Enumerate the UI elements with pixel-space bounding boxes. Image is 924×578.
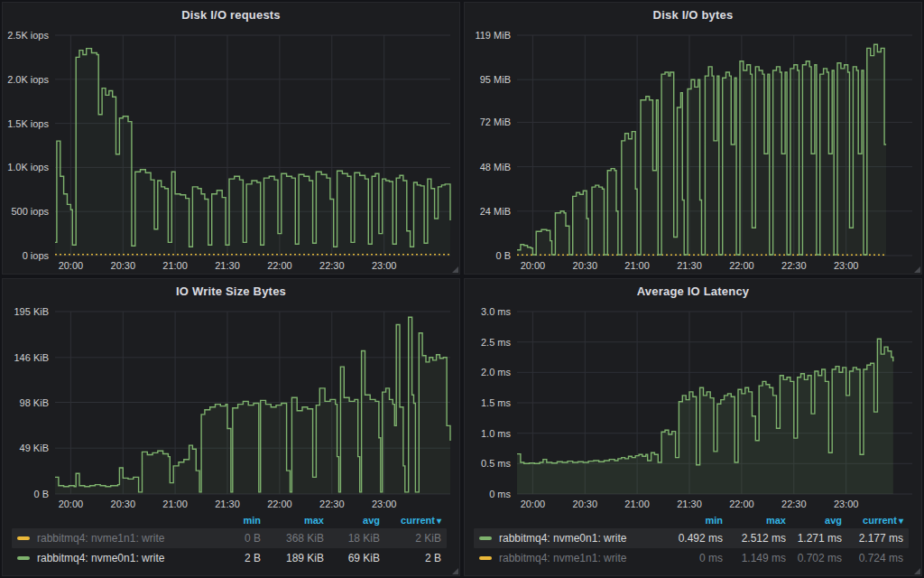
panel-title-average-io-latency[interactable]: Average IO Latency — [465, 279, 921, 303]
legend-sort-avg[interactable]: avg — [324, 515, 380, 526]
legend-row: rabbitmq4: nvme1n1: write0 ms1.149 ms0.7… — [474, 548, 909, 568]
x-tick-label: 20:00 — [59, 260, 84, 271]
y-tick-label: 0 B — [495, 250, 511, 261]
legend-sort-current[interactable]: current▾ — [380, 515, 441, 526]
panel-title-io-write-size-bytes[interactable]: IO Write Size Bytes — [3, 279, 459, 303]
legend-value-current: 0.724 ms — [842, 552, 903, 564]
series-name[interactable]: rabbitmq4: nvme0n1: write — [37, 552, 164, 564]
x-tick-label: 21:30 — [677, 260, 702, 271]
series-name[interactable]: rabbitmq4: nvme1n1: write — [37, 532, 164, 545]
y-tick-label: 1.5 ms — [481, 397, 512, 408]
x-tick-label: 22:00 — [267, 260, 292, 271]
x-tick-label: 21:00 — [162, 260, 188, 271]
disk-io-bytes-chart[interactable]: 20:0020:3021:0021:3022:0022:3023:00119 M… — [465, 26, 921, 274]
legend-value-avg: 1.271 ms — [786, 532, 842, 545]
legend-value-max: 1.149 ms — [723, 552, 786, 564]
y-tick-label: 1.0 ms — [481, 428, 512, 439]
legend-value-min: 0 ms — [645, 552, 723, 564]
x-tick-label: 22:30 — [319, 499, 345, 509]
dashboard: Disk I/O requests 20:0020:3021:0021:3022… — [0, 0, 924, 578]
panel-disk-io-bytes: Disk I/O bytes 20:0020:3021:0021:3022:00… — [464, 2, 922, 275]
legend-value-avg: 69 KiB — [324, 552, 380, 564]
x-tick-label: 20:30 — [111, 260, 136, 271]
y-tick-label: 1.5K iops — [7, 118, 49, 129]
panel-resize-handle[interactable] — [452, 266, 458, 273]
x-tick-label: 22:00 — [729, 499, 754, 509]
panel-resize-handle[interactable] — [914, 266, 920, 273]
y-tick-label: 49 KiB — [20, 443, 49, 453]
series-area — [517, 339, 893, 494]
x-tick-label: 20:00 — [521, 499, 546, 509]
x-tick-label: 20:30 — [573, 260, 598, 271]
series-color-swatch[interactable] — [479, 556, 492, 560]
y-tick-label: 0 B — [33, 489, 49, 499]
legend-sort-avg[interactable]: avg — [786, 515, 842, 526]
y-tick-label: 95 MiB — [480, 74, 511, 85]
legend-value-min: 0.492 ms — [645, 532, 723, 545]
y-tick-label: 0.5 ms — [481, 458, 512, 469]
legend-value-avg: 18 KiB — [324, 532, 380, 545]
y-tick-label: 500 iops — [11, 206, 49, 217]
legend-sort-min[interactable]: min — [645, 515, 723, 526]
disk-io-requests-chart[interactable]: 20:0020:3021:0021:3022:0022:3023:002.5K … — [3, 26, 459, 274]
chart-canvas[interactable]: 20:0020:3021:0021:3022:0022:3023:00119 M… — [465, 26, 921, 274]
panel-resize-handle[interactable] — [452, 568, 458, 574]
legend-header-row: minmaxavgcurrent▾ — [474, 512, 909, 528]
panel-io-write-size-bytes: IO Write Size Bytes 20:0020:3021:0021:30… — [2, 278, 460, 576]
panel-title-disk-io-bytes[interactable]: Disk I/O bytes — [465, 3, 921, 26]
legend-sort-max[interactable]: max — [723, 515, 786, 526]
legend-row: rabbitmq4: nvme0n1: write2 B189 KiB69 Ki… — [12, 548, 447, 568]
legend-header-row: minmaxavgcurrent▾ — [12, 512, 447, 528]
x-tick-label: 22:30 — [781, 260, 807, 271]
legend-row: rabbitmq4: nvme1n1: write0 B368 KiB18 Ki… — [12, 528, 447, 548]
io-write-size-bytes-chart[interactable]: 20:0020:3021:0021:3022:0022:3023:00195 K… — [3, 303, 459, 512]
panel-disk-io-requests: Disk I/O requests 20:0020:3021:0021:3022… — [2, 2, 460, 275]
legend-value-max: 2.512 ms — [723, 532, 786, 545]
legend-row: rabbitmq4: nvme0n1: write0.492 ms2.512 m… — [474, 528, 909, 548]
x-tick-label: 21:00 — [624, 499, 650, 509]
sort-caret-icon: ▾ — [899, 516, 903, 526]
legend-sort-min[interactable]: min — [183, 515, 261, 526]
y-tick-label: 0 ms — [489, 489, 511, 499]
x-tick-label: 20:30 — [573, 499, 598, 509]
series-color-swatch[interactable] — [17, 536, 30, 540]
legend-sort-max[interactable]: max — [261, 515, 324, 526]
y-tick-label: 2.5 ms — [481, 337, 512, 348]
x-tick-label: 21:00 — [162, 499, 188, 509]
average-io-latency-chart[interactable]: 20:0020:3021:0021:3022:0022:3023:003.0 m… — [465, 303, 921, 512]
y-tick-label: 98 KiB — [20, 397, 49, 408]
panel-resize-handle[interactable] — [914, 568, 920, 574]
series-color-swatch[interactable] — [479, 536, 492, 540]
x-tick-label: 20:00 — [521, 260, 546, 271]
y-tick-label: 3.0 ms — [481, 306, 512, 317]
panel-title-disk-io-requests[interactable]: Disk I/O requests — [3, 3, 459, 26]
x-tick-label: 23:00 — [834, 260, 859, 271]
chart-canvas[interactable]: 20:0020:3021:0021:3022:0022:3023:002.5K … — [3, 26, 459, 274]
average-io-latency-legend: minmaxavgcurrent▾rabbitmq4: nvme0n1: wri… — [465, 512, 921, 575]
series-name[interactable]: rabbitmq4: nvme0n1: write — [499, 532, 626, 545]
y-tick-label: 2.0K iops — [7, 74, 49, 85]
legend-sort-current[interactable]: current▾ — [842, 515, 903, 526]
legend-value-avg: 0.702 ms — [786, 552, 842, 564]
chart-canvas[interactable]: 20:0020:3021:0021:3022:0022:3023:003.0 m… — [465, 303, 921, 512]
x-tick-label: 23:00 — [834, 499, 859, 509]
chart-canvas[interactable]: 20:0020:3021:0021:3022:0022:3023:00195 K… — [3, 303, 459, 512]
legend-value-current: 2 KiB — [380, 532, 441, 545]
x-tick-label: 22:30 — [781, 499, 807, 509]
x-tick-label: 20:30 — [111, 499, 136, 509]
y-tick-label: 2.5K iops — [7, 30, 49, 41]
y-tick-label: 72 MiB — [480, 117, 511, 127]
legend-value-current: 2.177 ms — [842, 532, 903, 545]
series-color-swatch[interactable] — [17, 556, 30, 560]
legend-value-min: 0 B — [183, 532, 261, 545]
sort-caret-icon: ▾ — [437, 516, 441, 526]
legend-value-current: 2 B — [380, 552, 441, 564]
x-tick-label: 22:00 — [729, 260, 754, 271]
x-tick-label: 23:00 — [372, 499, 397, 509]
y-tick-label: 195 KiB — [14, 306, 49, 317]
series-name[interactable]: rabbitmq4: nvme1n1: write — [499, 552, 626, 564]
x-tick-label: 21:30 — [215, 260, 240, 271]
x-tick-label: 22:30 — [319, 260, 345, 271]
y-tick-label: 1.0K iops — [7, 162, 49, 172]
x-tick-label: 22:00 — [267, 499, 292, 509]
